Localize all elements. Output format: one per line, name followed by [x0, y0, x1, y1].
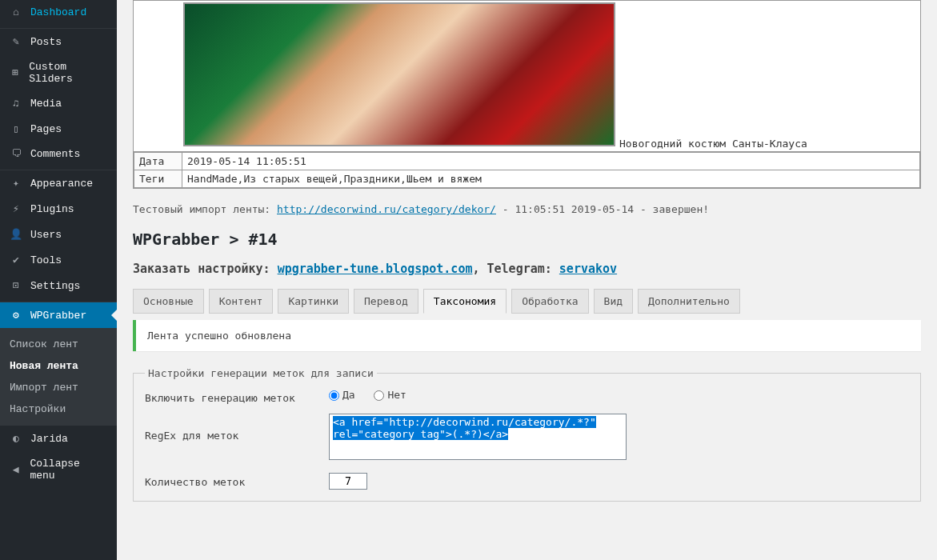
radio-yes-text: Да [342, 389, 355, 401]
tab-view[interactable]: Вид [594, 289, 633, 314]
import-meta-table: Дата2019-05-14 11:05:51 ТегиHandMade,Из … [134, 152, 920, 188]
tab-content[interactable]: Контент [209, 289, 274, 314]
sidebar-item-media[interactable]: ♫Media [0, 91, 117, 116]
meta-val-tags: HandMade,Из старых вещей,Праздники,Шьем … [182, 170, 920, 188]
enable-tags-radio-group: Да Нет [329, 389, 909, 402]
sidebar-item-pages[interactable]: ▯Pages [0, 116, 117, 142]
tab-basic[interactable]: Основные [133, 289, 204, 314]
sub-item-new-feed[interactable]: Новая лента [0, 355, 117, 377]
success-notice: Лента успешно обновлена [133, 320, 921, 351]
regex-label: RegEx для меток [145, 414, 329, 442]
radio-no-text: Нет [387, 389, 406, 401]
sidebar-item-label: Jarida [30, 433, 68, 445]
sidebar-item-wpgrabber[interactable]: ⚙WPGrabber [0, 302, 117, 328]
brush-icon: ✦ [8, 177, 24, 190]
fieldset-legend: Настройки генерации меток для записи [145, 367, 377, 379]
sidebar-item-appearance[interactable]: ✦Appearance [0, 170, 117, 196]
radio-no[interactable] [374, 390, 384, 401]
sidebar-item-label: Appearance [30, 178, 93, 190]
order-link-blog[interactable]: wpgrabber-tune.blogspot.com [278, 262, 473, 276]
sidebar-item-plugins[interactable]: ⚡Plugins [0, 196, 117, 222]
sidebar-item-tools[interactable]: ✔Tools [0, 247, 117, 273]
tab-translate[interactable]: Перевод [354, 289, 418, 314]
tab-processing[interactable]: Обработка [511, 289, 588, 314]
image-caption: Новогодний костюм Санты-Клауса [619, 138, 807, 150]
import-summary: Тестовый импорт ленты: http://decorwind.… [133, 203, 921, 215]
sub-item-import-feeds[interactable]: Импорт лент [0, 377, 117, 398]
sidebar-item-label: Comments [30, 148, 80, 160]
tag-count-input[interactable] [329, 473, 367, 490]
sidebar-item-posts[interactable]: ✎Posts [0, 29, 117, 54]
order-prefix: Заказать настройку: [133, 262, 278, 276]
settings-icon: ⊡ [8, 279, 24, 292]
sidebar-item-label: Users [30, 229, 62, 241]
sidebar-item-label: Plugins [30, 203, 74, 215]
summary-suffix: - 11:05:51 2019-05-14 - завершен! [496, 203, 709, 215]
sidebar-item-label: Dashboard [30, 6, 86, 18]
summary-link[interactable]: http://decorwind.ru/category/dekor/ [277, 203, 496, 215]
sidebar-collapse[interactable]: ◀Collapse menu [0, 451, 117, 488]
sidebar-item-label: Posts [30, 36, 62, 48]
order-line: Заказать настройку: wpgrabber-tune.blogs… [133, 262, 921, 276]
count-label: Количество меток [145, 473, 329, 488]
gear-icon: ⚙ [8, 309, 24, 322]
sub-item-wpg-settings[interactable]: Настройки [0, 398, 117, 420]
regex-textarea[interactable]: <a href="http://decorwind.ru/category/.*… [329, 414, 627, 460]
enable-tags-label: Включить генерацию меток [145, 389, 329, 404]
radio-yes[interactable] [329, 390, 339, 401]
tab-images[interactable]: Картинки [278, 289, 349, 314]
sidebar-item-label: Media [30, 98, 62, 110]
regex-value-selected: <a href="http://decorwind.ru/category/.*… [333, 416, 596, 440]
tools-icon: ✔ [8, 254, 24, 266]
radio-yes-label[interactable]: Да [329, 389, 355, 401]
sidebar-item-custom-sliders[interactable]: ⊞Custom Sliders [0, 54, 117, 91]
import-preview-image [183, 2, 615, 146]
order-link-telegram[interactable]: servakov [559, 262, 617, 276]
sidebar-item-label: Tools [30, 254, 62, 266]
notice-text: Лента успешно обновлена [147, 330, 291, 342]
meta-key-tags: Теги [134, 170, 182, 188]
meta-key-date: Дата [134, 153, 182, 170]
pin-icon: ✎ [8, 35, 24, 48]
import-result-box: Новогодний костюм Санты-Клауса Дата2019-… [133, 0, 921, 189]
table-row: ТегиHandMade,Из старых вещей,Праздники,Ш… [134, 170, 920, 188]
nav-tabs: Основные Контент Картинки Перевод Таксон… [133, 289, 921, 314]
sidebar-item-label: Collapse menu [30, 458, 109, 482]
sidebar-item-label: Settings [30, 280, 80, 292]
sidebar-item-label: WPGrabber [30, 310, 86, 322]
tags-settings-fieldset: Настройки генерации меток для записи Вкл… [133, 367, 921, 502]
comment-icon: 🗨 [8, 148, 24, 160]
sidebar-item-users[interactable]: 👤Users [0, 222, 117, 247]
meta-val-date: 2019-05-14 11:05:51 [182, 153, 920, 170]
radio-no-label[interactable]: Нет [374, 389, 406, 401]
main-content: Новогодний костюм Санты-Клауса Дата2019-… [117, 0, 937, 560]
summary-prefix: Тестовый импорт ленты: [133, 203, 277, 215]
sidebar-submenu-wpgrabber: Список лент Новая лента Импорт лент Наст… [0, 328, 117, 426]
admin-sidebar: ⌂Dashboard ✎Posts ⊞Custom Sliders ♫Media… [0, 0, 117, 560]
sidebar-item-jarida[interactable]: ◐Jarida [0, 426, 117, 451]
import-image-row: Новогодний костюм Санты-Клауса [134, 1, 920, 152]
tab-taxonomy[interactable]: Таксономия [423, 289, 507, 314]
sidebar-item-comments[interactable]: 🗨Comments [0, 142, 117, 166]
grid-icon: ⊞ [8, 66, 22, 79]
collapse-icon: ◀ [8, 463, 23, 476]
sidebar-item-settings[interactable]: ⊡Settings [0, 273, 117, 298]
sidebar-item-label: Custom Sliders [29, 61, 109, 85]
dashboard-icon: ⌂ [8, 6, 24, 18]
page-title: WPGrabber > #14 [133, 230, 921, 249]
sub-item-feed-list[interactable]: Список лент [0, 334, 117, 355]
table-row: Дата2019-05-14 11:05:51 [134, 153, 920, 170]
jarida-icon: ◐ [8, 432, 24, 445]
media-icon: ♫ [8, 98, 24, 110]
plugin-icon: ⚡ [8, 202, 24, 215]
sidebar-item-dashboard[interactable]: ⌂Dashboard [0, 0, 117, 25]
page-icon: ▯ [8, 122, 24, 135]
users-icon: 👤 [8, 228, 24, 241]
tab-additional[interactable]: Дополнительно [638, 289, 740, 314]
sidebar-item-label: Pages [30, 123, 62, 135]
order-mid: , Telegram: [472, 262, 559, 276]
